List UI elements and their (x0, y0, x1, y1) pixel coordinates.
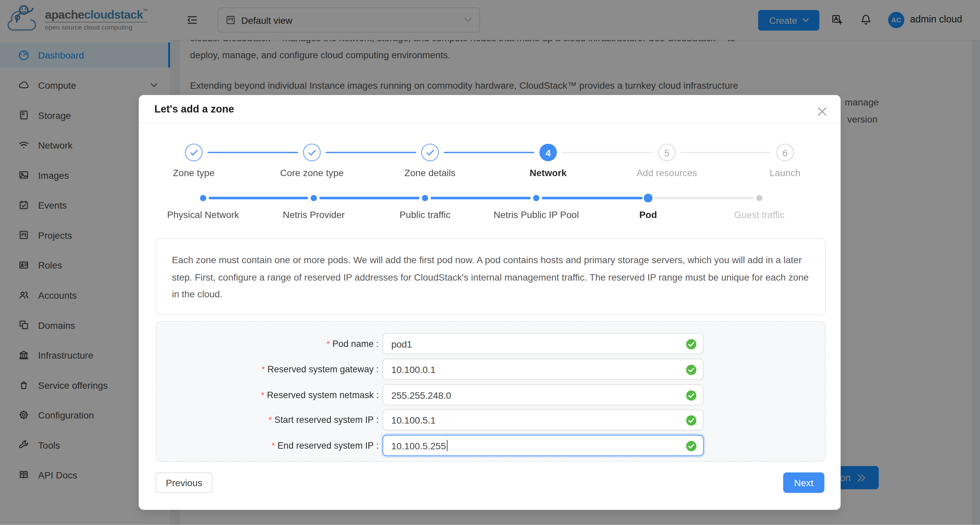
start-reserved-system-ip-label: *Start reserved system IP : (226, 409, 379, 430)
app-root: apachecloudstack™ open source cloud comp… (0, 0, 980, 525)
modal-header-divider (138, 123, 841, 124)
step-connector (681, 152, 772, 153)
sub-step-label-netris-provider: Netris Provider (254, 209, 373, 220)
step-circle-zone-type (185, 144, 202, 161)
step-label-network: Network (495, 167, 601, 178)
pod-name-label: *Pod name : (226, 333, 379, 354)
reserved-system-netmask-input[interactable]: 255.255.248.0 (382, 384, 704, 406)
sub-step-label-netris-public-ip-pool: Netris Public IP Pool (477, 209, 596, 220)
sub-step-label-public-traffic: Public traffic (366, 209, 485, 220)
modal-title: Let's add a zone (154, 103, 234, 115)
step-label-launch: Launch (732, 167, 838, 178)
reserved-system-gateway-value: 10.100.0.1 (391, 364, 435, 375)
sub-step-dot-netris-public-ip-pool (533, 195, 539, 201)
sub-step-dot-physical-network (200, 195, 206, 201)
sub-step-label-pod: Pod (589, 209, 708, 220)
sub-step-label-physical-network: Physical Network (144, 209, 262, 220)
reserved-system-gateway-label: *Reserved system gateway : (226, 359, 379, 380)
step-connector (326, 152, 416, 153)
check-icon (189, 149, 197, 156)
sub-step-dot-netris-provider (310, 195, 317, 201)
step-label-zone-details: Zone details (377, 167, 483, 178)
end-reserved-system-ip-input[interactable]: 10.100.5.255 (382, 435, 704, 456)
valid-check-icon (686, 415, 697, 426)
step-number: 4 (546, 147, 551, 158)
end-reserved-system-ip-value: 10.100.5.255 (391, 440, 446, 451)
step-number: 6 (783, 147, 788, 158)
add-zone-modal: Let's add a zone 4 5 6 Zone type (138, 95, 841, 510)
sub-step-connector (208, 197, 308, 199)
step-connector (444, 152, 535, 153)
start-reserved-system-ip-value: 10.100.5.1 (391, 415, 435, 425)
pod-name-input[interactable]: pod1 (382, 333, 704, 354)
sub-step-connector (431, 197, 531, 199)
valid-check-icon (686, 339, 697, 350)
sub-step-dot-guest-traffic (756, 195, 763, 201)
text-caret (447, 440, 447, 451)
step-label-core-zone-type: Core zone type (259, 167, 365, 178)
step-circle-network: 4 (539, 144, 557, 161)
valid-check-icon (686, 364, 697, 375)
next-button[interactable]: Next (783, 473, 824, 493)
reserved-system-netmask-label: *Reserved system netmask : (226, 384, 379, 406)
close-icon[interactable] (811, 100, 833, 123)
step-label-zone-type: Zone type (141, 167, 247, 178)
step-connector (208, 152, 298, 153)
sub-step-label-guest-traffic: Guest traffic (700, 209, 819, 220)
start-reserved-system-ip-input[interactable]: 10.100.5.1 (382, 409, 704, 430)
step-circle-add-resources: 5 (658, 144, 676, 161)
pod-info-text: Each zone must contain one or more pods.… (156, 238, 826, 315)
reserved-system-gateway-input[interactable]: 10.100.0.1 (382, 359, 704, 380)
step-circle-launch: 6 (776, 144, 794, 161)
check-icon (308, 149, 316, 156)
sub-step-connector (654, 197, 754, 199)
step-label-add-resources: Add resources (614, 167, 720, 178)
check-icon (426, 149, 434, 156)
previous-button[interactable]: Previous (156, 473, 213, 493)
reserved-system-netmask-value: 255.255.248.0 (391, 390, 451, 400)
sub-step-connector (542, 197, 643, 199)
step-connector (562, 152, 653, 153)
step-circle-zone-details (422, 144, 439, 161)
required-mark: * (326, 339, 330, 348)
pod-name-value: pod1 (391, 338, 412, 349)
end-reserved-system-ip-label: *End reserved system IP : (226, 435, 379, 456)
valid-check-icon (686, 441, 697, 452)
sub-step-connector (320, 197, 420, 199)
step-circle-core-zone-type (303, 144, 321, 161)
step-number: 5 (664, 147, 670, 158)
sub-step-dot-public-traffic (422, 195, 428, 201)
sub-step-dot-pod (644, 194, 652, 202)
valid-check-icon (686, 390, 697, 401)
